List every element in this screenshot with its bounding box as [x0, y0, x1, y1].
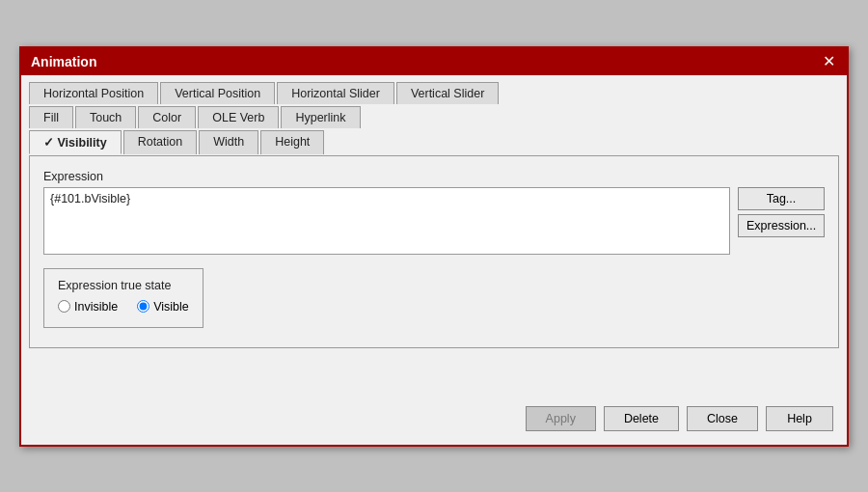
checkmark-icon: ✓ — [43, 136, 54, 150]
radio-row: Invisible Visible — [58, 300, 189, 314]
tab-vertical-slider[interactable]: Vertical Slider — [396, 82, 499, 104]
expression-label: Expression — [43, 170, 825, 183]
tab-row-3: ✓ Visibility Rotation Width Height — [29, 129, 839, 153]
tab-fill[interactable]: Fill — [29, 106, 73, 128]
tab-horizontal-slider[interactable]: Horizontal Slider — [277, 82, 394, 104]
visible-option[interactable]: Visible — [137, 300, 189, 314]
bottom-bar: Apply Delete Close Help — [21, 406, 847, 445]
tab-rotation[interactable]: Rotation — [123, 130, 198, 154]
visible-radio[interactable] — [137, 300, 149, 313]
tab-vertical-position[interactable]: Vertical Position — [160, 82, 275, 104]
tab-hyperlink[interactable]: Hyperlink — [281, 106, 360, 128]
tab-visibility[interactable]: ✓ Visibility — [29, 130, 122, 154]
visible-label: Visible — [153, 300, 189, 314]
tag-button[interactable]: Tag... — [738, 187, 825, 210]
tab-row-1: Horizontal Position Vertical Position Ho… — [29, 81, 839, 103]
true-state-box: Expression true state Invisible Visible — [43, 268, 203, 328]
close-button[interactable]: Close — [687, 406, 758, 431]
animation-dialog: Animation ✕ Horizontal Position Vertical… — [19, 46, 849, 447]
help-button[interactable]: Help — [766, 406, 833, 431]
tab-row-2: Fill Touch Color OLE Verb Hyperlink — [29, 105, 839, 127]
apply-button[interactable]: Apply — [526, 406, 596, 431]
expression-row: Tag... Expression... — [43, 187, 825, 255]
content-area: Expression Tag... Expression... Expressi… — [29, 155, 839, 348]
expression-buttons: Tag... Expression... — [738, 187, 825, 255]
delete-button[interactable]: Delete — [604, 406, 679, 431]
tab-horizontal-position[interactable]: Horizontal Position — [29, 82, 158, 104]
invisible-label: Invisible — [74, 300, 118, 314]
true-state-label: Expression true state — [58, 279, 189, 292]
expression-input[interactable] — [43, 187, 730, 255]
tab-color[interactable]: Color — [138, 106, 196, 128]
tab-height[interactable]: Height — [260, 130, 324, 154]
expression-button[interactable]: Expression... — [738, 214, 825, 237]
tabs-area: Horizontal Position Vertical Position Ho… — [21, 75, 847, 153]
invisible-option[interactable]: Invisible — [58, 300, 118, 314]
tab-ole-verb[interactable]: OLE Verb — [198, 106, 279, 128]
dialog-title: Animation — [31, 54, 96, 69]
title-bar: Animation ✕ — [21, 48, 847, 75]
tab-touch[interactable]: Touch — [75, 106, 136, 128]
close-icon[interactable]: ✕ — [821, 54, 837, 69]
invisible-radio[interactable] — [58, 300, 70, 313]
tab-width[interactable]: Width — [199, 130, 258, 154]
tab-visibility-label: Visibility — [57, 136, 106, 150]
